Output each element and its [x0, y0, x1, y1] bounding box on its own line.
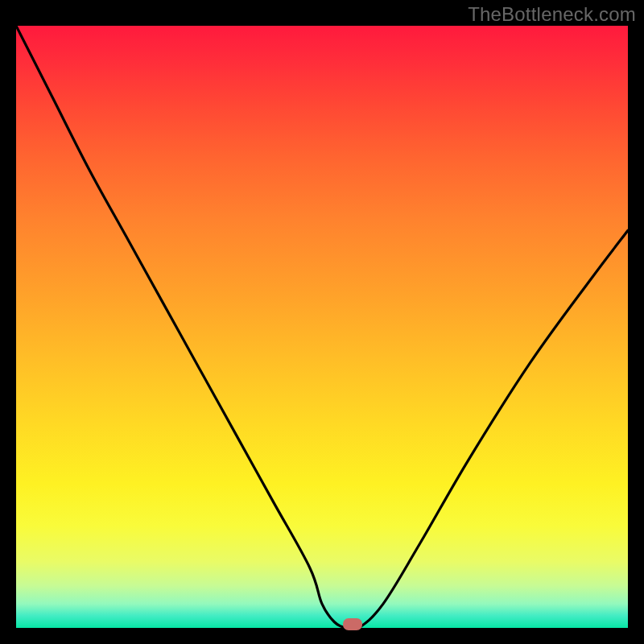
- chart-frame: TheBottleneck.com: [0, 0, 644, 644]
- bottleneck-curve: [16, 26, 628, 628]
- watermark-text: TheBottleneck.com: [468, 3, 636, 26]
- plot-area: [16, 26, 628, 628]
- optimal-point-marker: [343, 618, 362, 630]
